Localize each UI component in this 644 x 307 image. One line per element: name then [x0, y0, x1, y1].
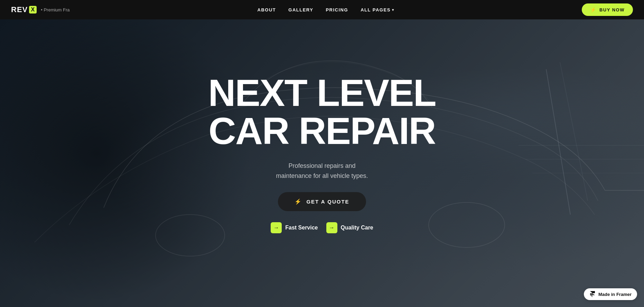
buy-now-button[interactable]: ⚡ BUY NOW: [582, 3, 633, 16]
nav-gallery[interactable]: GALLERY: [288, 7, 313, 12]
get-quote-icon: ⚡: [295, 198, 302, 205]
logo-text: REV: [11, 5, 28, 14]
nav-about[interactable]: ABOUT: [258, 7, 276, 12]
navbar: REV X • Premium Fra ABOUT GALLERY PRICIN…: [0, 0, 644, 19]
buy-now-label: BUY NOW: [599, 7, 625, 12]
nav-pricing[interactable]: PRICING: [326, 7, 348, 12]
svg-point-1: [429, 202, 505, 247]
hero-subtitle: Professional repairs and maintenance for…: [276, 161, 368, 181]
svg-line-2: [546, 69, 570, 215]
get-quote-button[interactable]: ⚡ GET A QUOTE: [278, 192, 366, 211]
fast-service-icon: →: [271, 222, 282, 233]
hero-section: NEXT LEVEL CAR REPAIR Professional repai…: [0, 0, 644, 307]
logo: REV X: [11, 5, 37, 14]
hero-title: NEXT LEVEL CAR REPAIR: [208, 74, 436, 150]
chevron-down-icon: ▾: [392, 8, 394, 12]
logo-x: X: [29, 6, 37, 13]
get-quote-label: GET A QUOTE: [306, 199, 349, 205]
hero-content: NEXT LEVEL CAR REPAIR Professional repai…: [208, 74, 436, 233]
hero-badges: → Fast Service → Quality Care: [271, 222, 373, 233]
nav-all-pages[interactable]: ALL PAGES ▾: [361, 7, 394, 12]
navbar-center: ABOUT GALLERY PRICING ALL PAGES ▾: [258, 7, 394, 12]
hero-subtitle-line1: Professional repairs and: [288, 162, 355, 169]
hero-subtitle-line2: maintenance for all vehicle types.: [276, 172, 368, 179]
framer-logo-icon: [589, 291, 596, 297]
fast-service-badge: → Fast Service: [271, 222, 318, 233]
navbar-left: REV X • Premium Fra: [11, 5, 70, 14]
fast-service-label: Fast Service: [285, 225, 318, 231]
quality-care-label: Quality Care: [341, 225, 373, 231]
quality-care-icon: →: [326, 222, 337, 233]
logo-subtitle: • Premium Fra: [41, 7, 69, 12]
quality-care-badge: → Quality Care: [326, 222, 373, 233]
framer-label: Made in Framer: [598, 292, 632, 297]
framer-badge[interactable]: Made in Framer: [584, 288, 637, 300]
buy-now-icon: ⚡: [590, 7, 597, 12]
hero-title-line1: NEXT LEVEL: [208, 71, 436, 114]
svg-line-3: [560, 62, 588, 201]
hero-title-line2: CAR REPAIR: [208, 109, 435, 152]
